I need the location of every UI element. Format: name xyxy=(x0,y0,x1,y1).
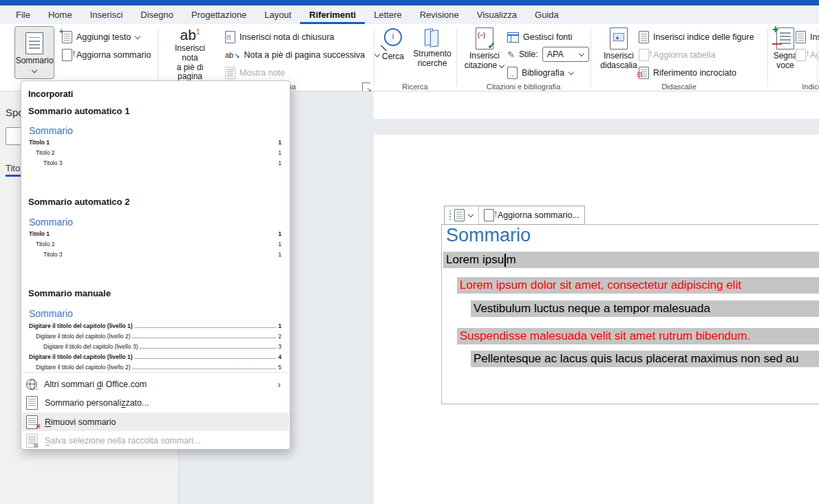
toc-floating-toolbar: ! Aggiorna sommario... xyxy=(444,206,585,225)
tab-visualizza[interactable]: Visualizza xyxy=(468,6,526,24)
next-footnote-icon: ab↘ xyxy=(225,51,240,60)
caption-icon: ▲ xyxy=(610,28,628,50)
menu-item-label: Salva selezione nella raccolta sommari..… xyxy=(45,436,201,446)
chevron-down-icon xyxy=(579,52,584,57)
title-bar xyxy=(0,0,819,6)
menu-item-altri-sommari[interactable]: → Altri sommari di Office.com › xyxy=(22,375,289,393)
cerca-label: Cerca xyxy=(382,52,404,62)
tab-inserisci[interactable]: Inserisci xyxy=(81,6,132,24)
gestisci-fonti-button[interactable]: Gestisci fonti xyxy=(507,30,573,45)
toc-line-2-text: Lorem ipsum dolor sit amet, consectetur … xyxy=(460,278,741,292)
mark-entry-underline xyxy=(772,43,782,45)
mark-entry-icon: + xyxy=(776,28,794,50)
footnote-ab1-icon: ab1 xyxy=(180,28,200,42)
update-toc-icon: ! xyxy=(62,49,72,61)
segna-voce-label-2: voce xyxy=(776,61,794,71)
bibliografia-label: Bibliografia xyxy=(522,68,564,78)
chevron-down-icon xyxy=(499,63,504,69)
aggiorna-sommario-button[interactable]: ! Aggiorna sommario xyxy=(62,47,151,63)
tab-revisione[interactable]: Revisione xyxy=(411,6,468,24)
tab-riferimenti-active[interactable]: Riferimenti xyxy=(300,6,365,24)
tab-guida[interactable]: Guida xyxy=(526,6,568,24)
inserisci-nota-label-2: a piè di pagina xyxy=(167,63,213,83)
gallery-item-auto-1[interactable]: Sommario Titolo 11 Titolo 21 Titolo 31 xyxy=(21,122,290,191)
gallery-item-manual[interactable]: Sommario Digitare il titolo del capitolo… xyxy=(21,305,290,371)
dropdown-section-header: Incorporati xyxy=(28,89,73,99)
submenu-arrow-icon: › xyxy=(277,379,281,390)
inserisci-didascalia-button[interactable]: ▲ Inserisci didascalia xyxy=(597,28,640,71)
tab-progettazione[interactable]: Progettazione xyxy=(182,6,255,24)
nota-chiusura-button[interactable]: [i] Inserisci nota di chiusura xyxy=(225,30,334,45)
nota-successiva-button[interactable]: ab↘ Nota a piè di pagina successiva xyxy=(225,47,380,63)
gallery-item-auto-2[interactable]: Sommario Titolo 11 Titolo 21 Titolo 31 xyxy=(21,214,290,283)
citazione-label-1: Inserisci xyxy=(469,52,500,61)
grip-dots-icon xyxy=(449,210,451,212)
chevron-down-icon xyxy=(568,70,574,76)
aggiungi-testo-label: Aggiungi testo xyxy=(76,32,131,42)
strumento-ricerche-button[interactable]: Strumento ricerche xyxy=(410,28,455,69)
inserisci-citazione-button[interactable]: (−) ✓ Inserisci citazione xyxy=(464,28,505,71)
stile-label: Stile: xyxy=(519,50,538,59)
menu-item-sommario-personalizzato[interactable]: Sommario personalizzato... xyxy=(22,393,289,412)
menu-separator xyxy=(22,372,289,373)
group-label-indice: Indice xyxy=(767,83,819,91)
tab-lettere[interactable]: Lettere xyxy=(365,6,410,24)
manage-sources-icon xyxy=(507,32,519,43)
bibliography-icon: → xyxy=(507,67,518,79)
stile-combobox[interactable]: APA xyxy=(542,47,589,62)
preview-row: Titolo 21 xyxy=(29,149,281,156)
segna-voce-label-1: Segna xyxy=(774,52,798,61)
text-cursor xyxy=(504,254,506,267)
toc-line-1[interactable]: Lorem ipsum xyxy=(443,252,819,268)
tab-file[interactable]: File xyxy=(7,6,39,24)
toc-line-5[interactable]: Pellentesque ac lacus quis lacus placera… xyxy=(471,351,819,367)
aggiorna-sommario-label: Aggiorna sommario xyxy=(76,50,151,60)
citation-icon: (−) ✓ xyxy=(476,28,493,50)
menu-item-label: Rimuovi sommario xyxy=(45,417,116,427)
toc-line-2[interactable]: Lorem ipsum dolor sit amet, consectetur … xyxy=(457,277,819,294)
tab-disegno[interactable]: Disegno xyxy=(131,6,182,24)
inserisci-nota-button[interactable]: ab1 Inserisci nota a piè di pagina xyxy=(167,28,213,82)
style-brush-icon: ✎ xyxy=(507,50,515,60)
tab-layout[interactable]: Layout xyxy=(255,6,300,24)
preview-row: Digitare il titolo del capitolo (livello… xyxy=(29,333,281,340)
aggiorna-sommario-toolbar-label: Aggiorna sommario... xyxy=(498,210,579,220)
insert-index-icon xyxy=(796,31,806,43)
search-icon: i xyxy=(384,28,402,46)
word-window: File Home Inserisci Disegno Progettazion… xyxy=(0,0,819,504)
globe-icon: → xyxy=(26,379,37,390)
menu-item-label: Altri sommari di Office.com xyxy=(44,380,147,389)
aggiungi-testo-button[interactable]: + Aggiungi testo xyxy=(62,30,140,45)
aggiorna-sommario-toolbar-button[interactable]: ! Aggiorna sommario... xyxy=(479,206,584,224)
preview-row: Digitare il titolo del capitolo (livello… xyxy=(29,343,281,350)
stile-row: ✎ Stile: APA xyxy=(507,47,589,62)
nota-chiusura-label: Inserisci nota di chiusura xyxy=(240,32,334,42)
bibliografia-button[interactable]: → Bibliografia xyxy=(507,65,574,80)
inserisci-indice-button[interactable]: Inserisci indice xyxy=(796,30,819,45)
preview-row: Digitare il titolo del capitolo (livello… xyxy=(29,364,281,371)
dialog-launcher-icon[interactable] xyxy=(362,83,370,91)
preview-row: Titolo 31 xyxy=(29,251,281,258)
toc-line-4[interactable]: Suspendisse malesuada velit sit amet rut… xyxy=(457,328,819,344)
cerca-button[interactable]: i Cerca xyxy=(377,28,409,62)
toc-toolbar-handle[interactable] xyxy=(445,206,478,224)
cross-reference-icon: ⊟ xyxy=(639,67,649,79)
tab-home[interactable]: Home xyxy=(39,6,81,24)
researcher-books-icon xyxy=(423,28,441,46)
group-divider xyxy=(456,28,457,86)
gallery-title-manual: Sommario manuale xyxy=(28,288,111,298)
sommario-button[interactable]: Sommario xyxy=(14,26,54,79)
riferimento-incrociato-button[interactable]: ⊟ Riferimento incrociato xyxy=(639,65,736,80)
nota-successiva-label: Nota a piè di pagina successiva xyxy=(244,50,365,60)
add-text-icon: + xyxy=(62,31,72,43)
toc-line-3[interactable]: Vestibulum luctus neque a tempor malesua… xyxy=(471,300,819,317)
toc-page-icon xyxy=(25,32,43,54)
stile-value: APA xyxy=(547,50,564,59)
preview-row: Titolo 31 xyxy=(29,160,281,166)
toc-line-3-text: Vestibulum luctus neque a tempor malesua… xyxy=(474,302,710,316)
indice-figure-button[interactable]: Inserisci indice delle figure xyxy=(639,30,754,45)
toc-line-5-text: Pellentesque ac lacus quis lacus placera… xyxy=(474,352,799,366)
update-toc-icon: ! xyxy=(484,209,494,221)
aggiorna-indice-button: ! Aggiorna indice xyxy=(796,47,819,63)
menu-item-rimuovi-sommario[interactable]: × Rimuovi sommario xyxy=(22,413,289,431)
